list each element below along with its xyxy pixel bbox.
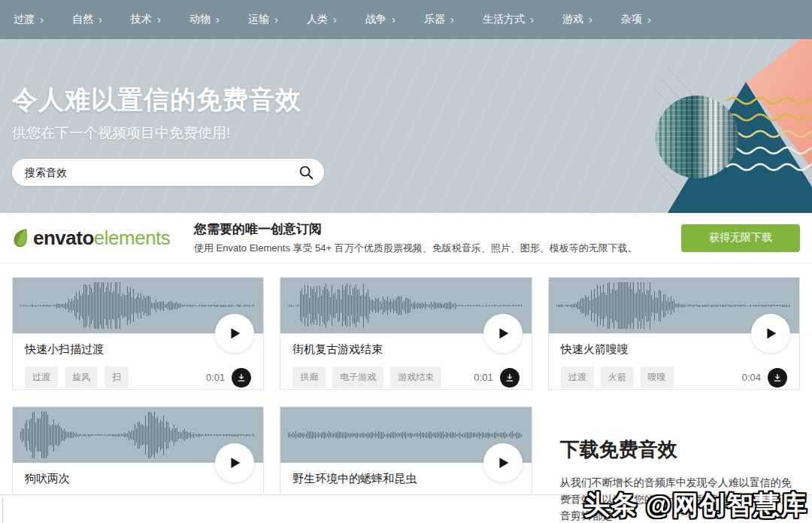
chevron-right-icon: ›	[98, 14, 102, 25]
envato-elements-logo[interactable]: envatoelements	[12, 227, 194, 250]
download-icon	[504, 372, 515, 383]
nav-item-transitions[interactable]: 过渡›	[14, 13, 44, 26]
search-bar	[12, 159, 324, 186]
toutiao-watermark: 头条 @网创智慧库	[583, 488, 807, 523]
download-icon	[236, 372, 247, 383]
tag-button[interactable]: 电子游戏	[332, 366, 383, 388]
envato-banner: envatoelements 您需要的唯一创意订阅 使用 Envato Elem…	[0, 213, 812, 263]
play-icon	[762, 325, 779, 342]
logo-text-elements: elements	[94, 227, 171, 250]
sound-card: 快速火箭嗖嗖 过渡 火箭 嗖嗖 0:04	[548, 277, 800, 390]
chevron-right-icon: ›	[450, 14, 454, 25]
download-button[interactable]	[768, 368, 787, 388]
nav-item-war[interactable]: 战争›	[365, 13, 395, 26]
play-button[interactable]	[483, 443, 523, 482]
chevron-right-icon: ›	[392, 14, 395, 25]
hero-section: 令人难以置信的免费音效 供您在下一个视频项目中免费使用!	[0, 39, 812, 213]
tag-button[interactable]: 嗖嗖	[641, 366, 674, 388]
chevron-right-icon: ›	[647, 14, 651, 25]
sound-card: 快速小扫描过渡 过渡 旋风 扫 0:01	[12, 277, 264, 390]
chevron-right-icon: ›	[274, 14, 278, 25]
sound-title[interactable]: 快速小扫描过渡	[25, 342, 251, 357]
tag-button[interactable]: 拱廊	[292, 366, 326, 388]
category-nav: 过渡› 自然› 技术› 动物› 运输› 人类› 战争› 乐器› 生活方式› 游戏…	[0, 0, 812, 39]
search-input[interactable]	[12, 159, 324, 186]
sound-title[interactable]: 快速火箭嗖嗖	[561, 342, 787, 357]
sound-cards-grid: 快速小扫描过渡 过渡 旋风 扫 0:01	[0, 263, 812, 523]
play-button[interactable]	[751, 314, 790, 353]
tag-button[interactable]: 旋风	[65, 366, 98, 388]
sound-effects-page: 过渡› 自然› 技术› 动物› 运输› 人类› 战争› 乐器› 生活方式› 游戏…	[0, 0, 812, 523]
sound-title[interactable]: 街机复古游戏结束	[292, 342, 519, 357]
nav-item-instruments[interactable]: 乐器›	[424, 13, 454, 26]
download-icon	[772, 372, 783, 383]
download-button[interactable]	[232, 368, 251, 388]
nav-item-human[interactable]: 人类›	[307, 13, 337, 26]
sound-card: 街机复古游戏结束 拱廊 电子游戏 游戏结束 0:01	[280, 277, 532, 390]
chevron-right-icon: ›	[40, 14, 44, 25]
duration-label: 0:01	[474, 372, 492, 383]
banner-heading: 您需要的唯一创意订阅	[194, 220, 672, 238]
nav-item-technology[interactable]: 技术›	[131, 13, 161, 26]
nav-item-transport[interactable]: 运输›	[248, 13, 278, 26]
chevron-right-icon: ›	[157, 14, 161, 25]
nav-item-games[interactable]: 游戏›	[562, 13, 592, 26]
search-icon[interactable]	[298, 164, 314, 181]
nav-item-animals[interactable]: 动物›	[189, 13, 220, 26]
play-icon	[495, 325, 511, 342]
play-icon	[226, 325, 243, 342]
tag-button[interactable]: 扫	[105, 366, 129, 388]
promo-heading: 下载免费音效	[560, 436, 795, 463]
banner-description: 使用 Envato Elements 享受 54+ 百万个优质股票视频、免版税音…	[194, 242, 672, 255]
tag-button[interactable]: 过渡	[561, 366, 594, 388]
tag-button[interactable]: 火箭	[601, 366, 634, 388]
unlimited-downloads-button[interactable]: 获得无限下载	[681, 224, 800, 252]
nav-item-lifestyle[interactable]: 生活方式›	[483, 13, 534, 26]
screenshot-edge-artifact	[2, 498, 3, 523]
tag-button[interactable]: 过渡	[25, 366, 58, 388]
envato-leaf-icon	[12, 228, 30, 248]
logo-text-envato: envato	[33, 227, 94, 250]
duration-label: 0:01	[206, 372, 225, 383]
download-button[interactable]	[500, 368, 520, 388]
sound-title[interactable]: 野生环境中的蟋蟀和昆虫	[292, 472, 519, 486]
chevron-right-icon: ›	[589, 14, 592, 25]
play-icon	[495, 455, 511, 471]
chevron-right-icon: ›	[530, 14, 534, 25]
nav-item-nature[interactable]: 自然›	[72, 13, 102, 26]
play-button[interactable]	[483, 314, 523, 353]
play-button[interactable]	[215, 443, 254, 482]
play-button[interactable]	[215, 314, 254, 353]
nav-item-misc[interactable]: 杂项›	[621, 13, 651, 26]
sound-card: 野生环境中的蟋蟀和昆虫	[280, 406, 532, 494]
duration-label: 0:04	[742, 372, 761, 383]
sound-card: 狗吠两次	[12, 406, 264, 494]
page-subtitle: 供您在下一个视频项目中免费使用!	[12, 123, 812, 143]
sound-title[interactable]: 狗吠两次	[25, 472, 251, 486]
chevron-right-icon: ›	[216, 14, 220, 25]
page-title: 令人难以置信的免费音效	[12, 83, 812, 117]
chevron-right-icon: ›	[333, 14, 337, 25]
play-icon	[226, 455, 243, 471]
tag-button[interactable]: 游戏结束	[390, 366, 441, 388]
